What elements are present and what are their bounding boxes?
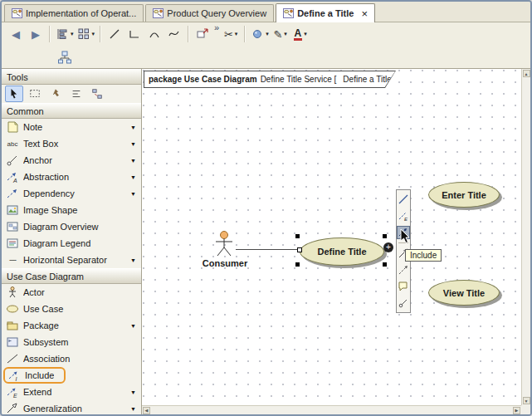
palette-item-horizontal-separator[interactable]: ---- Horizontal Separator ▼ [2,252,141,268]
toolbar-overflow-icon[interactable]: » [214,22,219,32]
mouse-cursor-icon [400,228,411,244]
scroll-down-button[interactable]: ▼ [523,397,530,404]
palette-item-note[interactable]: Note ▼ [2,119,141,135]
palette-item-image-shape[interactable]: Image Shape [2,202,141,218]
cut-button[interactable]: ✂ ▾ [221,25,241,43]
palette-item-label: Diagram Overview [23,222,137,232]
chevron-down-icon[interactable]: ▼ [130,323,137,329]
tab-implementation-of-operations[interactable]: Implementation of Operat... [4,4,144,22]
rectilinear-path-button[interactable] [124,25,144,43]
selection-handle-bottom-right[interactable] [383,262,387,267]
palette-item-text-box[interactable]: abc Text Box ▼ [2,135,141,152]
diagram-icon [283,8,294,18]
palette-section-use-case-diagram[interactable]: Use Case Diagram [2,268,141,284]
palette-item-label: Association [23,354,137,364]
extend-link-button[interactable]: E [397,209,410,223]
chevron-down-icon[interactable]: ▼ [130,125,137,130]
align-shapes-button[interactable]: ▾ [54,25,76,43]
align-bars-icon [71,88,82,100]
palette-item-anchor[interactable]: Anchor ▼ [2,152,141,169]
sticky-tool-button[interactable] [46,86,65,102]
palette-item-association[interactable]: Association [2,350,141,367]
palette-item-extend[interactable]: E Extend ▼ [2,384,141,400]
scrollbar-corner [521,405,530,414]
section-title: Use Case Diagram [7,272,84,281]
forward-button[interactable]: ▶ [26,25,46,43]
spline-path-button[interactable] [164,25,184,43]
association-line[interactable] [236,249,300,250]
vertical-scrollbar[interactable]: ▲ ▼ [521,69,530,405]
chevron-down-icon[interactable]: ▼ [130,158,137,164]
curved-path-button[interactable] [144,25,164,43]
palette-section-common[interactable]: Common [2,103,141,119]
select-tool-button[interactable] [5,86,23,102]
dependency-link-button[interactable] [397,263,410,277]
toolbar-separator [100,26,101,42]
palette-item-subsystem[interactable]: Subsystem [2,334,141,350]
comment-link-button[interactable] [397,280,410,293]
chevron-down-icon[interactable]: ▼ [130,406,137,412]
section-title: Common [7,106,44,116]
use-case-view-title[interactable]: View Title [428,280,500,306]
tab-label: Product Query Overview [167,8,266,18]
palette-item-use-case[interactable]: Use Case [2,301,141,317]
association-link-button[interactable] [397,193,410,206]
selection-handle-bottom-left[interactable] [295,262,300,267]
back-button[interactable]: ◀ [6,25,26,43]
chevron-down-icon[interactable]: ▼ [130,191,137,197]
selection-handle-top-right[interactable] [383,234,387,238]
palette-item-label: Actor [23,287,137,297]
scroll-right-button[interactable]: ▶ [513,407,520,414]
abstraction-icon: A [6,170,19,184]
palette-item-abstraction[interactable]: A Abstraction ▼ [2,169,141,185]
align-tool-button[interactable] [67,86,85,102]
diagram-frame-header[interactable]: package Use Case Diagram Define Title Se… [144,71,396,88]
use-case-define-title[interactable]: Define Title [300,237,384,266]
palette-item-package[interactable]: Package ▼ [2,317,141,334]
close-icon[interactable]: × [361,9,368,18]
tool-palette: Tools Common Note ▼ abc Text Box ▼ [2,69,142,414]
chevron-down-icon[interactable]: ▼ [130,257,137,263]
tab-product-query-overview[interactable]: Product Query Overview [145,4,274,22]
add-related-element-button[interactable]: + [383,242,393,252]
palette-item-actor[interactable]: Actor [2,284,141,301]
autosize-button[interactable] [193,25,212,43]
link-endpoint-handle[interactable] [297,247,302,252]
chevron-down-icon[interactable]: ▼ [130,389,137,395]
forward-icon: ▶ [32,28,40,41]
palette-item-label: Package [23,321,126,330]
comment-icon [398,281,409,292]
diagram-legend-icon [6,237,19,250]
scroll-left-button[interactable]: ◀ [143,407,150,414]
selection-handle-top-left[interactable] [295,234,300,238]
package-icon [6,319,19,332]
pen-style-button[interactable]: ✎ ▾ [271,25,290,43]
corner-line-icon [128,27,141,41]
tab-define-a-title[interactable]: Define a Title × [276,3,375,22]
chevron-down-icon[interactable]: ▼ [130,174,137,180]
palette-item-diagram-overview[interactable]: Diagram Overview [2,218,141,235]
order-tool-button[interactable] [88,86,106,102]
palette-item-generalization[interactable]: Generalization ▼ [2,400,141,414]
chevron-down-icon[interactable]: ▼ [130,141,137,147]
use-case-label: Enter Title [442,190,486,200]
palette-item-dependency[interactable]: Dependency ▼ [2,185,141,202]
marquee-tool-button[interactable] [26,86,44,102]
hierarchy-button[interactable] [55,48,75,66]
palette-item-label: Diagram Legend [23,238,137,248]
font-color-button[interactable]: A ▾ [290,25,310,43]
palette-item-diagram-legend[interactable]: Diagram Legend [2,235,141,252]
actor-consumer[interactable] [213,231,235,257]
grid-layout-button[interactable]: ▾ [76,25,97,43]
horizontal-scrollbar[interactable]: ◀ ▶ [142,405,521,414]
diagram-canvas[interactable]: package Use Case Diagram Define Title Se… [142,69,530,414]
svg-text:E: E [404,217,408,222]
toolbar-separator [49,26,51,42]
oblique-path-button[interactable] [105,25,124,43]
use-case-enter-title[interactable]: Enter Title [428,182,500,208]
scroll-up-button[interactable]: ▲ [523,70,530,77]
palette-section-tools[interactable]: Tools [2,69,141,85]
anchor-link-button[interactable] [397,296,410,310]
palette-item-include[interactable]: I Include [2,367,141,384]
effects-button[interactable]: ▾ [249,25,271,43]
